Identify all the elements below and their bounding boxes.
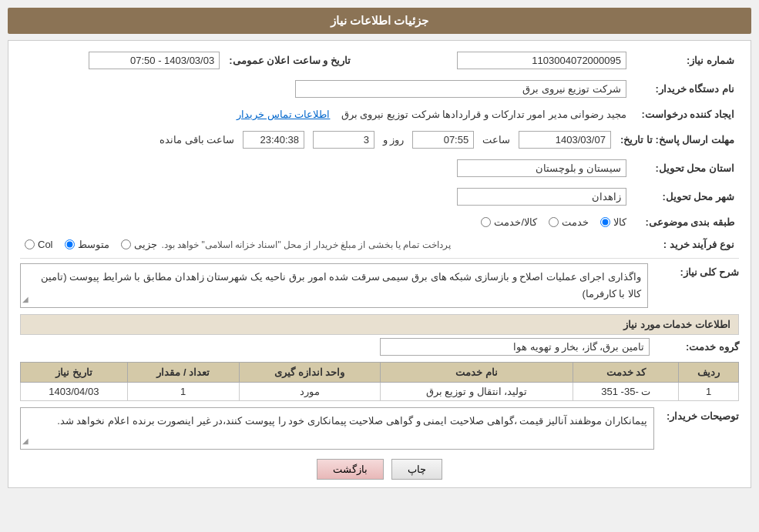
rooz-box: 3	[313, 131, 374, 149]
tarikh-box: 1403/03/07	[519, 131, 611, 149]
resize-icon: ◢	[22, 293, 29, 306]
nam-dastgah-box: شرکت توزیع نیروی برق	[295, 80, 626, 98]
tabaqe-table: طبقه بندی موضوعی: کالا/خدمت خدمت کالا	[20, 213, 739, 231]
services-header: اطلاعات خدمات مورد نیاز	[20, 314, 739, 335]
sharh-section: شرح کلی نیاز: واگذاری اجرای عملیات اصلاح…	[20, 263, 739, 308]
baqi-mande-label: ساعت باقی مانده	[160, 134, 234, 146]
radio-jozi-label: جزیی	[134, 239, 157, 250]
main-card: شماره نیاز: 1103004072000095 تاریخ و ساع…	[8, 40, 751, 488]
cell-unit: مورد	[239, 383, 380, 401]
cell-count: 1	[127, 383, 239, 401]
radio-jozi-input[interactable]	[121, 239, 131, 249]
col-code: کد خدمت	[573, 363, 679, 383]
col-radif: ردیف	[679, 363, 739, 383]
ittilaat-tamas-link[interactable]: اطلاعات تماس خریدار	[237, 109, 330, 120]
page-container: جزئیات اطلاعات نیاز شماره نیاز: 11030040…	[0, 0, 759, 532]
ostan-table: استان محل تحویل: سیستان و بلوچستان	[20, 156, 739, 180]
nam-dastgah-value: شرکت توزیع نیروی برق	[20, 77, 631, 101]
shomara-niaz-box: 1103004072000095	[457, 52, 626, 69]
shomara-niaz-label: شماره نیاز:	[631, 49, 739, 72]
radio-motavaset-label: متوسط	[78, 239, 109, 250]
radio-jozi[interactable]: جزیی	[121, 239, 157, 250]
mohlet-table: مهلت ارسال پاسخ: تا تاریخ: 1403/03/07 سا…	[20, 128, 739, 152]
radio-motavaset-input[interactable]	[65, 239, 75, 249]
group-service-row: گروه خدمت: تامین برق، گاز، بخار و تهویه …	[20, 338, 739, 356]
buyer-notes-box: پیمانکاران موظفند آنالیز قیمت ،گواهی صلا…	[20, 407, 654, 450]
cell-radif: 1	[679, 383, 739, 401]
col-name: نام خدمت	[380, 363, 573, 383]
radio-khedmat[interactable]: خدمت	[549, 216, 589, 228]
radio-kala-input[interactable]	[600, 217, 610, 227]
baqi-mande-box: 23:40:38	[243, 131, 304, 149]
ostan-value: سیستان و بلوچستان	[20, 156, 631, 180]
mohlet-label: مهلت ارسال پاسخ: تا تاریخ:	[616, 128, 739, 152]
radio-kala-khedmat-label: کالا/خدمت	[494, 216, 537, 228]
page-title: جزئیات اطلاعات نیاز	[331, 14, 428, 27]
col-date: تاریخ نیاز	[21, 363, 128, 383]
saat-box: 07:55	[412, 131, 474, 149]
print-button[interactable]: چاپ	[391, 459, 442, 480]
shomara-niaz-value: 1103004072000095	[371, 49, 631, 72]
ijad-konande-label: ایجاد کننده درخواست:	[631, 105, 739, 123]
cell-code: ت -35- 351	[573, 383, 679, 401]
mohlet-value: 1403/03/07 ساعت 07:55 روز و 3 23:40:38 س…	[20, 128, 616, 152]
radio-khedmat-label: خدمت	[562, 216, 589, 228]
table-row: 1 ت -35- 351 تولید، انتقال و توزیع برق م…	[21, 383, 739, 401]
col-unit: واحد اندازه گیری	[239, 363, 380, 383]
farayand-label: نوع فرآیند خرید :	[631, 236, 739, 253]
buyer-notes-value: پیمانکاران موظفند آنالیز قیمت ،گواهی صلا…	[57, 415, 647, 427]
buyer-notes-section: توصیحات خریدار: پیمانکاران موظفند آنالیز…	[20, 407, 739, 450]
tarikh-saat-box: 1403/03/03 - 07:50	[89, 52, 220, 69]
sharh-value: واگذاری اجرای عملیات اصلاح و بازسازی شبک…	[41, 271, 641, 299]
farayand-radio-group: Col متوسط جزیی	[25, 239, 157, 250]
farayand-note: پرداخت تمام یا بخشی از مبلغ خریدار از مح…	[162, 239, 451, 250]
farayand-row: Col متوسط جزیی پر	[25, 239, 626, 250]
tabaqe-label: طبقه بندی موضوعی:	[631, 213, 739, 231]
nam-dastgah-label: نام دستگاه خریدار:	[631, 77, 739, 101]
dastgah-table: نام دستگاه خریدار: شرکت توزیع نیروی برق	[20, 77, 739, 101]
tarikh-saat-label: تاریخ و ساعت اعلان عمومی:	[224, 49, 355, 72]
radio-kala-khedmat-input[interactable]	[481, 217, 491, 227]
ostan-box: سیستان و بلوچستان	[457, 159, 626, 177]
shahr-table: شهر محل تحویل: زاهدان	[20, 185, 739, 209]
ostan-label: استان محل تحویل:	[631, 156, 739, 180]
ijad-table: ایجاد کننده درخواست: مجید رضوانی مدیر ام…	[20, 105, 739, 123]
shahr-value: زاهدان	[20, 185, 631, 209]
radio-col-input[interactable]	[25, 239, 35, 249]
tabaqe-radio-group: کالا/خدمت خدمت کالا	[481, 216, 626, 228]
radio-motavaset[interactable]: متوسط	[65, 239, 109, 250]
shahr-label: شهر محل تحویل:	[631, 185, 739, 209]
rooz-label: روز و	[383, 134, 405, 146]
farayand-table: نوع فرآیند خرید : Col متوسط	[20, 236, 739, 253]
notes-resize-icon: ◢	[22, 434, 29, 447]
radio-kala-khedmat[interactable]: کالا/خدمت	[481, 216, 537, 228]
radio-kala[interactable]: کالا	[600, 216, 626, 228]
shahr-box: زاهدان	[457, 188, 626, 206]
sharh-label: شرح کلی نیاز:	[654, 263, 739, 278]
cell-name: تولید، انتقال و توزیع برق	[380, 383, 573, 401]
top-info-table: شماره نیاز: 1103004072000095 تاریخ و ساع…	[20, 49, 739, 72]
separator-1	[20, 258, 739, 259]
service-table: ردیف کد خدمت نام خدمت واحد اندازه گیری ت…	[20, 362, 739, 401]
col-count: تعداد / مقدار	[127, 363, 239, 383]
ijad-konande-value: مجید رضوانی مدیر امور تدارکات و قرارداده…	[20, 105, 631, 123]
cell-date: 1403/04/03	[21, 383, 128, 401]
farayand-value: Col متوسط جزیی پر	[20, 236, 631, 253]
radio-khedmat-input[interactable]	[549, 217, 559, 227]
group-service-box: تامین برق، گاز، بخار و تهویه هوا	[380, 338, 650, 356]
tabaqe-value: کالا/خدمت خدمت کالا	[20, 213, 631, 231]
sharh-box: واگذاری اجرای عملیات اصلاح و بازسازی شبک…	[20, 263, 648, 308]
page-header: جزئیات اطلاعات نیاز	[8, 8, 751, 34]
button-row: چاپ بازگشت	[20, 459, 739, 480]
saat-label: ساعت	[482, 134, 510, 146]
radio-col-label: Col	[38, 239, 53, 250]
group-service-label: گروه خدمت:	[654, 341, 739, 353]
radio-col[interactable]: Col	[25, 239, 53, 250]
back-button[interactable]: بازگشت	[317, 459, 384, 480]
radio-kala-label: کالا	[613, 216, 626, 228]
tarikh-saat-value: 1403/03/03 - 07:50	[20, 49, 224, 72]
buyer-notes-label: توصیحات خریدار:	[662, 407, 739, 422]
ijad-konande-text: مجید رضوانی مدیر امور تدارکات و قرارداده…	[341, 109, 626, 120]
